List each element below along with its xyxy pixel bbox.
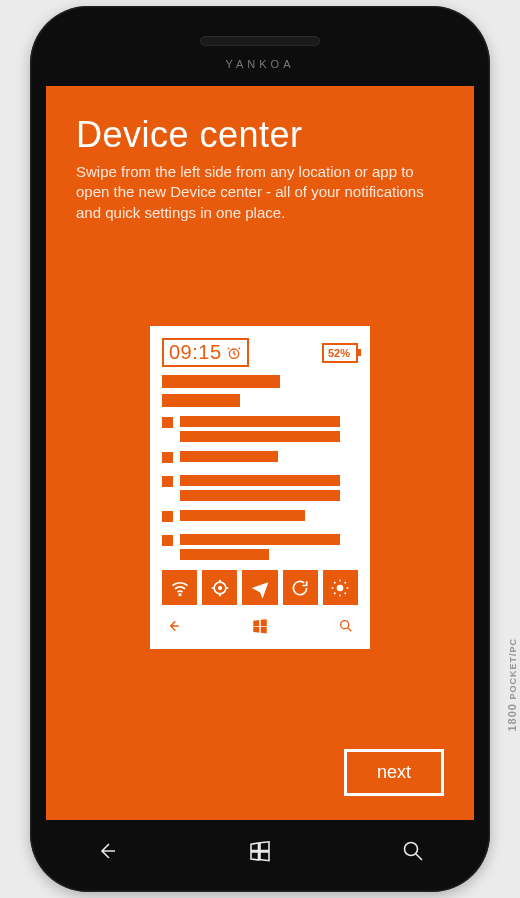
mock-item-icon [162, 476, 173, 487]
mock-item-icon [162, 511, 173, 522]
wifi-icon [162, 570, 197, 605]
windows-icon [251, 617, 269, 639]
page-title: Device center [76, 114, 444, 156]
alarm-icon [226, 345, 242, 361]
mock-item-icon [162, 535, 173, 546]
speaker-grille [200, 36, 320, 46]
svg-point-5 [341, 621, 349, 629]
mock-heading-bar [162, 375, 280, 388]
onboarding-screen: Device center Swipe from the left side f… [46, 86, 474, 820]
mock-list-item [162, 451, 358, 466]
device-center-illustration: 09:15 52% [150, 326, 370, 649]
location-icon [202, 570, 237, 605]
hardware-buttons [30, 838, 490, 864]
mock-list-item [162, 416, 358, 442]
svg-point-4 [337, 585, 344, 592]
mock-list-item [162, 475, 358, 501]
device-brand: YANKOA [30, 58, 490, 70]
svg-point-1 [179, 594, 181, 596]
search-icon [338, 618, 354, 638]
mock-status-bar: 09:15 52% [162, 338, 358, 367]
watermark: 1800 POCKET/PC [506, 638, 518, 732]
hw-home-button[interactable] [247, 838, 273, 864]
mock-quick-settings [162, 570, 358, 605]
illustration-container: 09:15 52% [76, 233, 444, 743]
svg-point-6 [405, 843, 418, 856]
mock-list-item [162, 534, 358, 560]
brightness-icon [323, 570, 358, 605]
mock-nav-bar [162, 617, 358, 639]
device-frame: YANKOA Device center Swipe from the left… [30, 6, 490, 892]
mock-item-icon [162, 417, 173, 428]
next-button[interactable]: next [344, 749, 444, 796]
mock-heading-bar [162, 394, 240, 407]
mock-list-item [162, 510, 358, 525]
svg-point-3 [219, 587, 222, 590]
page-subtitle: Swipe from the left side from any locati… [76, 162, 436, 223]
battery-label: 52% [328, 347, 350, 359]
mock-notification-list [162, 375, 358, 560]
mock-item-icon [162, 452, 173, 463]
rotation-icon [283, 570, 318, 605]
hw-search-button[interactable] [400, 838, 426, 864]
mock-clock: 09:15 [169, 341, 222, 364]
battery-indicator: 52% [322, 343, 358, 363]
back-icon [166, 618, 182, 638]
airplane-icon [242, 570, 277, 605]
hw-back-button[interactable] [94, 838, 120, 864]
